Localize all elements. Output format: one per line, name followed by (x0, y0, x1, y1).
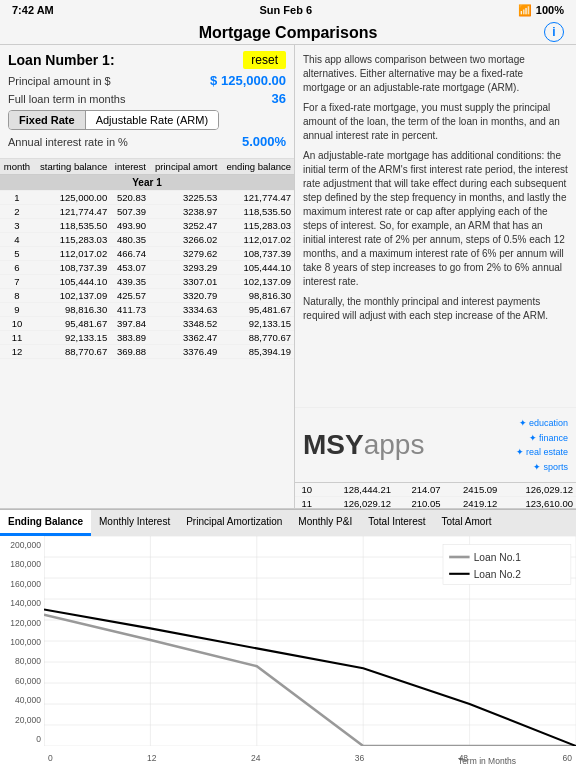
loan2-line (44, 610, 576, 747)
col-interest: interest (110, 159, 149, 175)
amortization-table: month starting balance interest principa… (0, 159, 294, 359)
loan-title: Loan Number 1: (8, 52, 115, 68)
rate-tabs: Fixed Rate Adjustable Rate (ARM) (8, 110, 219, 130)
principal-label: Principal amount in $ (8, 75, 111, 87)
principal-value[interactable]: $ 125,000.00 (210, 73, 286, 88)
chart-tabs: Ending Balance Monthly Interest Principa… (0, 509, 576, 536)
app-header: Mortgage Comparisons i (0, 20, 576, 45)
col-ending: ending balance (220, 159, 294, 175)
table-row: 8102,137.09425.573320.7998,816.30 (0, 289, 294, 303)
status-bar: 7:42 AM Sun Feb 6 📶 100% (0, 0, 576, 20)
tab-total-amort[interactable]: Total Amort (434, 510, 500, 536)
year-row: Year 1 (0, 175, 294, 191)
col-starting: starting balance (34, 159, 110, 175)
msy-text: MSY (303, 429, 364, 460)
table-row: 2121,774.47507.393238.97118,535.50 (0, 205, 294, 219)
apps-text: apps (364, 429, 425, 460)
loan-controls: Loan Number 1: reset Principal amount in… (0, 45, 294, 159)
amortization-table-body: Year 11125,000.00520.833225.53121,774.47… (0, 175, 294, 359)
chart-container: 200,000 180,000 160,000 140,000 120,000 … (0, 536, 576, 768)
loan1-line (44, 615, 576, 746)
info-button[interactable]: i (544, 22, 564, 42)
status-right: 📶 100% (518, 4, 564, 17)
msy-brand: MSYapps (303, 429, 424, 461)
real-estate-link[interactable]: ✦ real estate (516, 445, 568, 459)
reset-button[interactable]: reset (243, 51, 286, 69)
app-title: Mortgage Comparisons (0, 24, 576, 42)
status-date: Sun Feb 6 (260, 4, 313, 16)
table-row: 1192,133.15383.893362.4788,770.67 (0, 331, 294, 345)
x-axis-title: Term in Months (458, 756, 516, 766)
col-principal: principal amort (149, 159, 220, 175)
tab-total-interest[interactable]: Total Interest (360, 510, 433, 536)
table-row: 1125,000.00520.833225.53121,774.47 (0, 191, 294, 205)
battery-level: 100% (536, 4, 564, 16)
table-row: 1288,770.67369.883376.4985,394.19 (0, 345, 294, 359)
info-para2: For a fixed-rate mortgage, you must supp… (303, 101, 568, 143)
col-month: month (0, 159, 34, 175)
table-row: 7105,444.10439.353307.01102,137.09 (0, 275, 294, 289)
interest-label: Annual interest rate in % (8, 136, 128, 148)
chart-svg: Loan No.1 Loan No.2 (44, 536, 576, 746)
table-row: 10128,444.21214.072415.09126,029.12 (295, 483, 576, 497)
msy-logo-area: MSYapps ✦ education ✦ finance ✦ real est… (295, 407, 576, 482)
info-para3: An adjustable-rate mortgage has addition… (303, 149, 568, 289)
amortization-table-area: month starting balance interest principa… (0, 159, 294, 525)
interest-value[interactable]: 5.000% (242, 134, 286, 149)
tab-monthly-pi[interactable]: Monthly P&I (290, 510, 360, 536)
table-row: 1095,481.67397.843348.5292,133.15 (0, 317, 294, 331)
tab-ending-balance[interactable]: Ending Balance (0, 510, 91, 536)
right-panel: This app allows comparison between two m… (295, 45, 576, 525)
table-row: 3118,535.50493.903252.47115,283.03 (0, 219, 294, 233)
svg-text:Loan No.2: Loan No.2 (474, 569, 521, 580)
wifi-icon: 📶 (518, 4, 532, 17)
arm-tab[interactable]: Adjustable Rate (ARM) (86, 111, 219, 129)
table-row: 998,816.30411.733334.6395,481.67 (0, 303, 294, 317)
education-link[interactable]: ✦ education (516, 416, 568, 430)
sports-link[interactable]: ✦ sports (516, 460, 568, 474)
status-time: 7:42 AM (12, 4, 54, 16)
svg-text:Loan No.1: Loan No.1 (474, 552, 521, 563)
info-text-area: This app allows comparison between two m… (295, 45, 576, 407)
table-row: 5112,017.02466.743279.62108,737.39 (0, 247, 294, 261)
tab-monthly-interest[interactable]: Monthly Interest (91, 510, 178, 536)
finance-link[interactable]: ✦ finance (516, 431, 568, 445)
table-row: 4115,283.03480.353266.02112,017.02 (0, 233, 294, 247)
term-value[interactable]: 36 (272, 91, 286, 106)
info-para4: Naturally, the monthly principal and int… (303, 295, 568, 323)
info-para1: This app allows comparison between two m… (303, 53, 568, 95)
term-label: Full loan term in months (8, 93, 125, 105)
fixed-rate-tab[interactable]: Fixed Rate (9, 111, 86, 129)
msy-links: ✦ education ✦ finance ✦ real estate ✦ sp… (516, 416, 568, 474)
bottom-section: Ending Balance Monthly Interest Principa… (0, 508, 576, 768)
table-row: 6108,737.39453.073293.29105,444.10 (0, 261, 294, 275)
y-axis-labels: 200,000 180,000 160,000 140,000 120,000 … (0, 536, 44, 744)
tab-principal-amort[interactable]: Principal Amortization (178, 510, 290, 536)
left-panel: Loan Number 1: reset Principal amount in… (0, 45, 295, 525)
table-header-row: month starting balance interest principa… (0, 159, 294, 175)
